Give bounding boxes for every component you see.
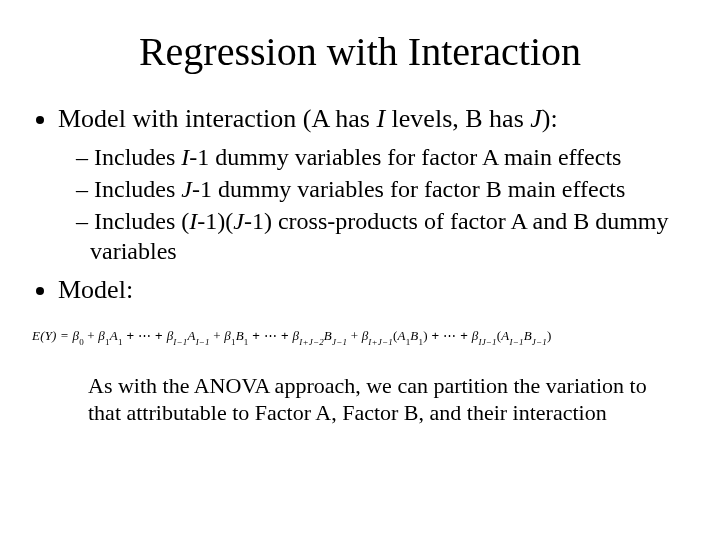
text: Includes ( — [94, 208, 189, 234]
sub-bullet-factor-a: Includes I-1 dummy variables for factor … — [76, 142, 690, 172]
eq-A: A — [501, 328, 509, 343]
slide: Regression with Interaction Model with i… — [0, 0, 720, 540]
var-J: J — [233, 208, 244, 234]
text: levels, B has — [385, 104, 530, 133]
slide-title: Regression with Interaction — [30, 28, 690, 75]
var-J: J — [530, 104, 542, 133]
eq-A: A — [110, 328, 118, 343]
eq-plus: + — [84, 328, 98, 343]
eq-sub: IJ−1 — [478, 337, 496, 347]
text: Includes — [94, 144, 181, 170]
eq-sub: 1 — [419, 337, 424, 347]
eq-ellipsis: + ⋯ + — [428, 328, 472, 343]
sub-bullet-cross-products: Includes (I-1)(J-1) cross-products of fa… — [76, 206, 690, 266]
eq-sub: 0 — [79, 337, 84, 347]
eq-sub: 1 — [118, 337, 123, 347]
var-J: J — [181, 176, 192, 202]
eq-lhs: E(Y) = — [32, 328, 73, 343]
text: -1 dummy variables for factor B main eff… — [192, 176, 625, 202]
bullet-model-interaction: Model with interaction (A has I levels, … — [58, 103, 690, 266]
eq-ellipsis: + ⋯ + — [249, 328, 293, 343]
eq-B: B — [236, 328, 244, 343]
eq-sub: I−1 — [510, 337, 524, 347]
eq-paren: ) — [547, 328, 552, 343]
eq-sub: J−1 — [532, 337, 547, 347]
eq-A: A — [397, 328, 405, 343]
eq-sub: 1 — [231, 337, 236, 347]
var-I: I — [376, 104, 385, 133]
eq-sub: 1 — [406, 337, 411, 347]
bullet-model: Model: — [58, 274, 690, 307]
eq-sub: I−1 — [196, 337, 210, 347]
eq-sub: I+J−1 — [368, 337, 393, 347]
eq-A: A — [187, 328, 195, 343]
text: Model with interaction (A has — [58, 104, 376, 133]
text: ): — [542, 104, 558, 133]
model-equation: E(Y) = β0 + β1A1 + ⋯ + βI−1AI−1 + β1B1 +… — [32, 328, 690, 346]
text: -1 dummy variables for factor A main eff… — [189, 144, 621, 170]
eq-plus: + — [210, 328, 224, 343]
sub-bullet-list: Includes I-1 dummy variables for factor … — [58, 142, 690, 266]
eq-plus: + — [347, 328, 361, 343]
eq-ellipsis: + ⋯ + — [123, 328, 167, 343]
eq-B: B — [410, 328, 418, 343]
eq-sub: I+J−2 — [299, 337, 324, 347]
sub-bullet-factor-b: Includes J-1 dummy variables for factor … — [76, 174, 690, 204]
eq-sub: J−1 — [332, 337, 347, 347]
eq-B: B — [524, 328, 532, 343]
eq-sub: I−1 — [173, 337, 187, 347]
eq-sub: 1 — [244, 337, 249, 347]
bullet-list: Model with interaction (A has I levels, … — [30, 103, 690, 306]
text: -1)( — [197, 208, 233, 234]
eq-beta: β — [224, 328, 231, 343]
closing-text: As with the ANOVA approach, we can parti… — [88, 372, 668, 427]
eq-sub: 1 — [105, 337, 110, 347]
eq-B: B — [324, 328, 332, 343]
text: Includes — [94, 176, 181, 202]
